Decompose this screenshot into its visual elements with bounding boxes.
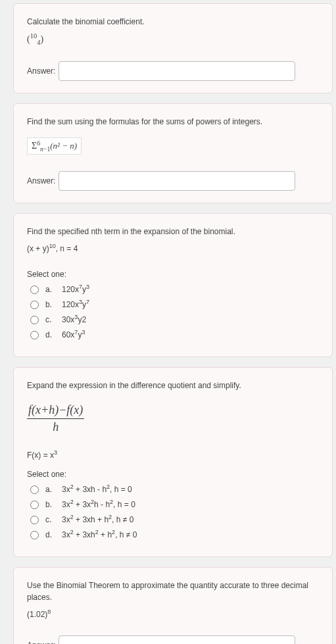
radio-a[interactable] <box>30 285 39 294</box>
question-prompt: Find the specified nth term in the expan… <box>27 226 319 237</box>
option-a[interactable]: a. 3x2 + 3xh - h2, h = 0 <box>27 484 319 494</box>
fx-sup: 3 <box>54 449 57 456</box>
expr-post: , n = 4 <box>56 244 78 253</box>
question-card-2: Find the sum using the formulas for the … <box>13 103 333 203</box>
radio-a[interactable] <box>30 485 39 494</box>
radio-b[interactable] <box>30 501 39 509</box>
option-text: 60x7y3 <box>62 330 85 339</box>
option-b[interactable]: b. 120x3y7 <box>27 299 319 309</box>
option-letter: d. <box>45 530 55 539</box>
option-letter: a. <box>45 285 55 294</box>
question-prompt: Find the sum using the formulas for the … <box>27 116 319 128</box>
question-card-4: Expand the expression in the difference … <box>13 367 333 557</box>
option-text: 3x2 + 3xh2 + h2, h ≠ 0 <box>62 530 137 539</box>
option-a[interactable]: a. 120x7y3 <box>27 284 319 294</box>
answer-row: Answer: <box>27 171 319 191</box>
answer-row: Answer: <box>27 61 319 81</box>
option-text: 120x3y7 <box>62 300 89 309</box>
option-text: 3x2 + 3x2h - h2, h = 0 <box>62 500 135 509</box>
math-expression: (104) <box>27 34 43 45</box>
answer-input[interactable] <box>59 635 295 644</box>
expr-base: (1.02) <box>27 610 47 619</box>
question-prompt: Use the Binomial Theorem to approximate … <box>27 580 319 603</box>
option-letter: c. <box>45 515 55 524</box>
answer-input[interactable] <box>59 61 295 81</box>
sigma-symbol: Σ <box>32 141 37 151</box>
sigma-body: (n² − n) <box>50 141 77 151</box>
math-expression: (x + y)10, n = 4 <box>27 244 78 253</box>
option-text: 30x3y2 <box>62 315 86 324</box>
question-prompt: Calculate the binomial coefficient. <box>27 16 319 28</box>
select-one-label: Select one: <box>27 470 319 479</box>
option-text: 120x7y3 <box>62 285 89 294</box>
option-c[interactable]: c. 30x3y2 <box>27 314 319 324</box>
math-expression: (1.02)8 <box>27 610 51 619</box>
option-c[interactable]: c. 3x2 + 3xh + h2, h ≠ 0 <box>27 514 319 524</box>
math-expression: Σ6n−1(n² − n) <box>27 137 82 155</box>
option-d[interactable]: d. 60x7y3 <box>27 330 319 339</box>
option-b[interactable]: b. 3x2 + 3x2h - h2, h = 0 <box>27 499 319 509</box>
option-text: 3x2 + 3xh - h2, h = 0 <box>62 485 132 494</box>
answer-row: Answer: <box>27 635 319 644</box>
fx-base: F(x) = x <box>27 451 54 460</box>
option-letter: c. <box>45 315 55 324</box>
question-prompt: Expand the expression in the difference … <box>27 380 319 391</box>
answer-label: Answer: <box>27 641 55 644</box>
option-letter: a. <box>45 485 55 494</box>
paren-close: ) <box>40 34 43 44</box>
option-letter: b. <box>45 500 55 509</box>
radio-b[interactable] <box>30 301 39 309</box>
expr-base: (x + y) <box>27 244 49 253</box>
radio-d[interactable] <box>30 331 39 339</box>
difference-quotient: f(x+h)−f(x) h <box>27 403 84 434</box>
expr-sup: 8 <box>47 608 51 615</box>
answer-input[interactable] <box>59 171 295 191</box>
answer-label: Answer: <box>27 176 55 186</box>
option-text: 3x2 + 3xh + h2, h ≠ 0 <box>62 515 133 524</box>
select-one-label: Select one: <box>27 270 319 279</box>
expr-sup: 10 <box>49 243 56 249</box>
superscript: 10 <box>30 32 37 39</box>
fraction-denominator: h <box>27 419 84 434</box>
function-definition: F(x) = x3 <box>27 451 319 460</box>
answer-label: Answer: <box>27 66 55 76</box>
sigma-lower-val: −1 <box>43 145 50 153</box>
question-card-5: Use the Binomial Theorem to approximate … <box>13 567 333 644</box>
question-card-1: Calculate the binomial coefficient. (104… <box>13 3 333 93</box>
radio-c[interactable] <box>30 516 39 524</box>
option-letter: b. <box>45 300 55 309</box>
radio-d[interactable] <box>30 531 39 539</box>
option-d[interactable]: d. 3x2 + 3xh2 + h2, h ≠ 0 <box>27 530 319 539</box>
fraction-numerator: f(x+h)−f(x) <box>27 403 84 419</box>
question-card-3: Find the specified nth term in the expan… <box>13 213 333 357</box>
radio-c[interactable] <box>30 316 39 324</box>
option-letter: d. <box>45 330 55 339</box>
